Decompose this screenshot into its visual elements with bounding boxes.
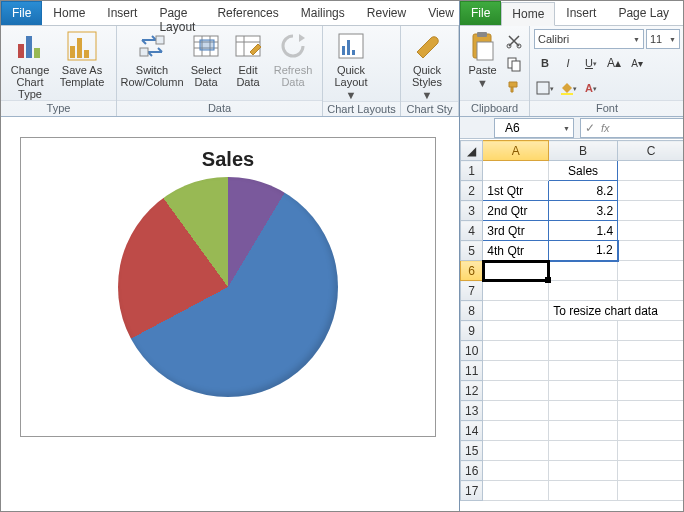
change-chart-type-button[interactable]: Change Chart Type xyxy=(5,29,55,100)
row-header[interactable]: 1 xyxy=(461,161,483,181)
edit-data-button[interactable]: Edit Data xyxy=(229,29,267,88)
quick-layout-button[interactable]: Quick Layout▼ xyxy=(327,29,375,101)
row-header[interactable]: 6 xyxy=(461,261,483,281)
svg-rect-28 xyxy=(512,61,520,71)
copy-icon xyxy=(506,56,522,72)
border-icon xyxy=(536,81,550,95)
chevron-down-icon: ▼ xyxy=(563,125,570,132)
cell[interactable]: To resize chart data xyxy=(549,301,684,321)
row-header[interactable]: 2 xyxy=(461,181,483,201)
decrease-font-button[interactable]: A▾ xyxy=(626,52,648,74)
references-tab[interactable]: References xyxy=(206,1,289,25)
scissors-icon xyxy=(506,33,522,49)
file-tab[interactable]: File xyxy=(1,1,42,25)
group-type: Change Chart Type Save As Template Type xyxy=(1,26,117,116)
format-painter-button[interactable] xyxy=(503,76,525,98)
select-all-corner[interactable]: ◢ xyxy=(461,141,483,161)
svg-rect-14 xyxy=(200,40,214,50)
mailings-tab[interactable]: Mailings xyxy=(290,1,356,25)
increase-font-button[interactable]: A▴ xyxy=(603,52,625,74)
select-data-button[interactable]: Select Data xyxy=(185,29,227,88)
row-header[interactable]: 12 xyxy=(461,381,483,401)
excel-home-tab[interactable]: Home xyxy=(501,2,555,26)
word-window: File Home Insert Page Layout References … xyxy=(1,1,460,512)
font-color-button[interactable]: A▾ xyxy=(580,77,602,99)
cell[interactable]: 8.2 xyxy=(549,181,618,201)
review-tab[interactable]: Review xyxy=(356,1,417,25)
row-header[interactable]: 16 xyxy=(461,461,483,481)
name-box[interactable]: A6▼ xyxy=(494,118,574,138)
chevron-down-icon: ▾ xyxy=(593,85,597,93)
insert-tab[interactable]: Insert xyxy=(96,1,148,25)
row-header[interactable]: 7 xyxy=(461,281,483,301)
cell[interactable]: 1.2 xyxy=(549,241,618,261)
row-header[interactable]: 17 xyxy=(461,481,483,501)
save-as-template-button[interactable]: Save As Template xyxy=(57,29,107,88)
row-header[interactable]: 10 xyxy=(461,341,483,361)
fx-icon: fx xyxy=(601,122,610,134)
copy-button[interactable] xyxy=(503,53,525,75)
paste-button[interactable]: Paste▼ xyxy=(464,29,501,89)
row-header[interactable]: 3 xyxy=(461,201,483,221)
layout-icon xyxy=(335,30,367,62)
group-type-label: Type xyxy=(1,100,116,116)
fill-color-button[interactable]: ▾ xyxy=(557,77,579,99)
row-header[interactable]: 5 xyxy=(461,241,483,261)
excel-tabbar: File Home Insert Page Lay xyxy=(460,1,684,25)
view-tab[interactable]: View xyxy=(417,1,465,25)
row-header[interactable]: 13 xyxy=(461,401,483,421)
spreadsheet-grid[interactable]: ◢ A B C 1Sales 21st Qtr8.2 32nd Qtr3.2 4… xyxy=(460,140,684,512)
cell[interactable]: 3rd Qtr xyxy=(483,221,549,241)
underline-button[interactable]: U▾ xyxy=(580,52,602,74)
quick-styles-button[interactable]: Quick Styles▼ xyxy=(405,29,449,101)
chevron-down-icon: ▼ xyxy=(477,77,488,89)
formula-input[interactable]: ✓fx xyxy=(580,118,684,138)
excel-page-layout-tab[interactable]: Page Lay xyxy=(607,1,680,25)
word-document-area: Sales xyxy=(1,118,459,512)
cut-button[interactable] xyxy=(503,30,525,52)
cell[interactable]: Sales xyxy=(549,161,618,181)
group-chart-styles: Quick Styles▼ Chart Sty xyxy=(401,26,459,116)
word-tabbar: File Home Insert Page Layout References … xyxy=(1,1,459,25)
cell[interactable]: 3.2 xyxy=(549,201,618,221)
row-header[interactable]: 11 xyxy=(461,361,483,381)
chart-object[interactable]: Sales xyxy=(20,137,436,437)
cell[interactable]: 2nd Qtr xyxy=(483,201,549,221)
chevron-down-icon: ▼ xyxy=(346,89,357,101)
cell[interactable]: 4th Qtr xyxy=(483,241,549,261)
row-header[interactable]: 8 xyxy=(461,301,483,321)
chevron-down-icon: ▾ xyxy=(573,85,577,93)
font-name-combo[interactable]: Calibri▼ xyxy=(534,29,644,49)
row-header[interactable]: 14 xyxy=(461,421,483,441)
switch-row-column-button[interactable]: Switch Row/Column xyxy=(121,29,183,88)
cell[interactable]: 1.4 xyxy=(549,221,618,241)
group-chart-layouts: Quick Layout▼ Chart Layouts xyxy=(323,26,401,116)
row-header[interactable]: 4 xyxy=(461,221,483,241)
chart-title: Sales xyxy=(21,148,435,171)
paste-icon xyxy=(467,30,499,62)
page-layout-tab[interactable]: Page Layout xyxy=(148,1,206,25)
col-header-b[interactable]: B xyxy=(549,141,618,161)
excel-insert-tab[interactable]: Insert xyxy=(555,1,607,25)
group-font: Calibri▼ 11▼ B I U▾ A▴ A▾ ▾ ▾ A▾ Font xyxy=(530,26,684,116)
svg-rect-4 xyxy=(77,38,82,58)
active-cell[interactable] xyxy=(483,261,549,281)
group-clipboard: Paste▼ Clipboard xyxy=(460,26,530,116)
row-header[interactable]: 9 xyxy=(461,321,483,341)
excel-file-tab[interactable]: File xyxy=(460,1,501,25)
bucket-icon xyxy=(559,81,573,95)
svg-rect-3 xyxy=(70,46,75,58)
italic-button[interactable]: I xyxy=(557,52,579,74)
svg-rect-29 xyxy=(537,82,549,94)
col-header-c[interactable]: C xyxy=(618,141,684,161)
font-size-combo[interactable]: 11▼ xyxy=(646,29,680,49)
cell[interactable]: 1st Qtr xyxy=(483,181,549,201)
border-button[interactable]: ▾ xyxy=(534,77,556,99)
select-data-icon xyxy=(190,30,222,62)
group-data-label: Data xyxy=(117,100,322,116)
row-header[interactable]: 15 xyxy=(461,441,483,461)
bold-button[interactable]: B xyxy=(534,52,556,74)
excel-ribbon: Paste▼ Clipboard Calibri▼ 11▼ B I xyxy=(460,25,684,117)
home-tab[interactable]: Home xyxy=(42,1,96,25)
col-header-a[interactable]: A xyxy=(483,141,549,161)
